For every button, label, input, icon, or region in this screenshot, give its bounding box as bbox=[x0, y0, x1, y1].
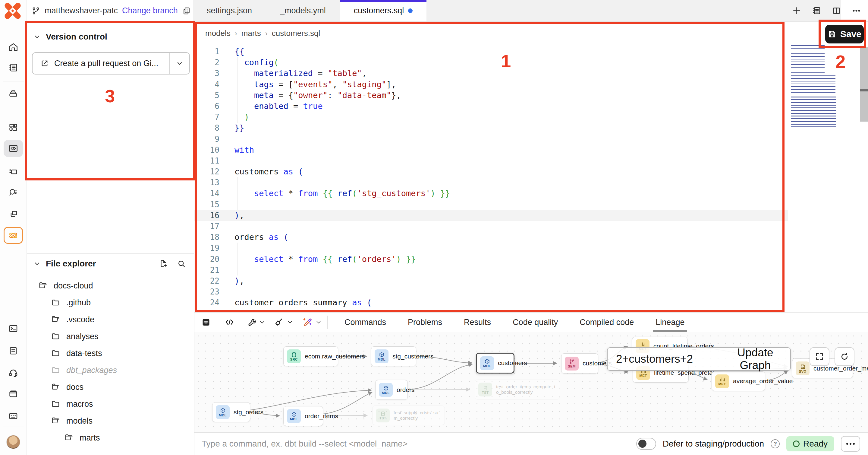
model-badge: MDL bbox=[480, 356, 494, 370]
tab-customers-sql[interactable]: customers.sql bbox=[340, 0, 427, 22]
copy-icon[interactable] bbox=[182, 6, 191, 16]
divider bbox=[3, 32, 24, 32]
tree-item-vscode[interactable]: .vscode bbox=[27, 311, 194, 328]
git-branch-icon bbox=[31, 6, 40, 16]
folder-icon bbox=[51, 349, 60, 358]
save-button[interactable]: Save bbox=[825, 25, 864, 44]
more-actions-button[interactable] bbox=[841, 436, 860, 452]
copilot-magic-pen-icon[interactable] bbox=[302, 317, 312, 328]
fullscreen-button[interactable] bbox=[809, 347, 830, 366]
lineage-selector: Update Graph bbox=[607, 347, 791, 371]
external-link-icon bbox=[40, 59, 49, 67]
update-graph-button[interactable]: Update Graph bbox=[720, 346, 790, 372]
windows-icon[interactable] bbox=[4, 205, 23, 222]
lineage-node-test-order-items[interactable]: TST test_order_items_compute_to_bools_co… bbox=[475, 379, 560, 399]
chevron-down-icon bbox=[33, 260, 41, 267]
tab-problems[interactable]: Problems bbox=[407, 313, 443, 332]
version-control-header[interactable]: Version control bbox=[27, 27, 194, 47]
lineage-selector-input[interactable] bbox=[608, 348, 720, 370]
tab-code-quality[interactable]: Code quality bbox=[512, 313, 559, 332]
command-input[interactable] bbox=[194, 439, 636, 449]
home-icon[interactable] bbox=[4, 39, 23, 56]
wallet-icon[interactable] bbox=[4, 385, 23, 402]
folder-icon bbox=[51, 399, 60, 408]
lineage-canvas[interactable]: SRC ecom.raw_customers MDL stg_customers… bbox=[194, 332, 868, 432]
folder-icon bbox=[51, 298, 60, 307]
build-wrench-icon[interactable] bbox=[246, 317, 256, 328]
tree-item-macros[interactable]: macros bbox=[27, 396, 194, 413]
minimap-block bbox=[791, 76, 835, 94]
headset-icon[interactable] bbox=[4, 365, 23, 381]
code-editor-icon[interactable] bbox=[4, 140, 23, 157]
lineage-node-customers-semantic[interactable]: SEM customers bbox=[561, 353, 598, 373]
tree-item-analyses[interactable]: analyses bbox=[27, 328, 194, 345]
create-pull-request-button[interactable]: Create a pull request on Gi... bbox=[32, 52, 190, 75]
bottom-panel-tabs: Commands Problems Results Code quality C… bbox=[343, 313, 686, 332]
editor-minimap[interactable] bbox=[789, 45, 836, 127]
chevron-down-icon[interactable] bbox=[259, 319, 266, 325]
chevron-down-icon[interactable] bbox=[315, 319, 322, 325]
copilot-atom-icon[interactable] bbox=[4, 227, 23, 244]
new-file-icon[interactable] bbox=[159, 259, 168, 268]
file-explorer-header[interactable]: File explorer bbox=[27, 254, 194, 274]
terminal-icon[interactable] bbox=[4, 320, 23, 337]
tab-commands[interactable]: Commands bbox=[343, 313, 387, 332]
help-icon[interactable]: ? bbox=[771, 439, 780, 448]
tab-settings-json[interactable]: settings.json bbox=[193, 0, 266, 22]
lineage-node-stg-customers[interactable]: MDL stg_customers bbox=[371, 346, 416, 366]
scrollbar-thumb[interactable] bbox=[860, 47, 868, 122]
dbt-logo-icon[interactable] bbox=[3, 2, 22, 20]
toolbar-divider bbox=[327, 316, 328, 329]
lineage-node-order-items[interactable]: MDL order_items bbox=[283, 406, 323, 426]
changelog-icon[interactable] bbox=[810, 4, 823, 17]
defer-toggle[interactable] bbox=[636, 438, 656, 450]
canvas-frame-icon[interactable] bbox=[4, 163, 23, 180]
tree-item-marts[interactable]: marts bbox=[27, 429, 194, 446]
refresh-icon bbox=[840, 352, 849, 361]
refresh-button[interactable] bbox=[835, 347, 855, 366]
format-broom-icon[interactable] bbox=[274, 317, 284, 328]
code-editor[interactable]: models› marts› customers.sql 1{{2 config… bbox=[194, 22, 868, 312]
lineage-node-orders[interactable]: MDL orders bbox=[375, 380, 408, 400]
search-icon[interactable] bbox=[177, 259, 186, 268]
scrollbar-position-marker bbox=[860, 89, 868, 91]
lineage-node-test-supply-costs[interactable]: TST test_supply_costs_sum_correctly bbox=[372, 405, 445, 425]
tab-results[interactable]: Results bbox=[463, 313, 492, 332]
lineage-node-customers-model[interactable]: MDL customers bbox=[476, 353, 515, 373]
tree-item-github[interactable]: .github bbox=[27, 294, 194, 311]
notebook-icon[interactable] bbox=[4, 59, 23, 76]
tree-item-docs-cloud[interactable]: docs-cloud bbox=[27, 277, 194, 294]
tree-item-data-tests[interactable]: data-tests bbox=[27, 345, 194, 362]
change-branch-link[interactable]: Change branch bbox=[122, 6, 178, 16]
preview-table-icon[interactable] bbox=[201, 317, 211, 328]
model-badge: MDL bbox=[379, 383, 393, 397]
unsaved-dot bbox=[408, 8, 412, 13]
split-pane-icon[interactable] bbox=[830, 4, 843, 17]
tree-item-dbt-packages[interactable]: dbt_packages bbox=[27, 362, 194, 379]
tab-lineage[interactable]: Lineage bbox=[654, 313, 686, 332]
file-explorer: File explorer docs-cloud .github .vscode… bbox=[27, 253, 194, 446]
user-avatar[interactable] bbox=[4, 433, 23, 451]
pr-button-dropdown[interactable] bbox=[169, 53, 189, 74]
tree-item-models[interactable]: models bbox=[27, 413, 194, 429]
lineage-node-ecom-raw-customers[interactable]: SRC ecom.raw_customers bbox=[283, 346, 338, 366]
query-explorer-icon[interactable] bbox=[4, 184, 23, 201]
clipboard-icon[interactable] bbox=[4, 342, 23, 359]
tree-item-docs[interactable]: docs bbox=[27, 379, 194, 396]
keypad-icon[interactable] bbox=[4, 408, 23, 425]
tab-compiled-code[interactable]: Compiled code bbox=[578, 313, 635, 332]
code-lines[interactable]: 1{{2 config(3 materialized = "table",4 t… bbox=[194, 46, 450, 308]
more-options-icon[interactable] bbox=[850, 4, 863, 17]
new-tab-icon[interactable] bbox=[790, 4, 803, 17]
dashboard-icon[interactable] bbox=[4, 119, 23, 136]
chevron-down-icon[interactable] bbox=[287, 319, 293, 325]
avatar bbox=[6, 435, 20, 449]
lineage-node-average-order-value[interactable]: MET average_order_value bbox=[712, 371, 765, 391]
lineage-node-stg-orders[interactable]: MDL stg_orders bbox=[212, 402, 250, 422]
layers-icon[interactable] bbox=[4, 86, 23, 103]
tab-models-yml[interactable]: _models.yml bbox=[266, 0, 340, 22]
status-badge: Ready bbox=[786, 436, 834, 451]
divider bbox=[3, 114, 24, 114]
compile-code-icon[interactable] bbox=[224, 317, 235, 328]
folder-icon bbox=[51, 332, 60, 341]
